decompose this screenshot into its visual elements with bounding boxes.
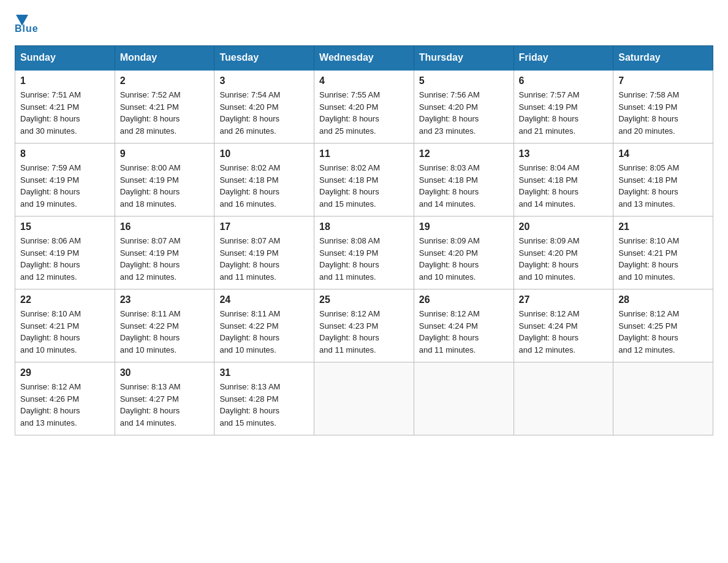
day-number: 8 <box>20 148 110 159</box>
day-info: Sunrise: 8:03 AMSunset: 4:18 PMDaylight:… <box>419 162 509 210</box>
calendar-day-cell: 13Sunrise: 8:04 AMSunset: 4:18 PMDayligh… <box>514 144 613 216</box>
calendar-day-cell: 31Sunrise: 8:13 AMSunset: 4:28 PMDayligh… <box>214 362 314 435</box>
calendar-day-cell <box>613 362 713 435</box>
day-info: Sunrise: 7:59 AMSunset: 4:19 PMDaylight:… <box>20 162 110 210</box>
day-number: 18 <box>319 221 409 232</box>
calendar-table: SundayMondayTuesdayWednesdayThursdayFrid… <box>15 45 713 435</box>
day-info: Sunrise: 8:00 AMSunset: 4:19 PMDaylight:… <box>120 162 210 210</box>
day-info: Sunrise: 7:51 AMSunset: 4:21 PMDaylight:… <box>20 89 110 137</box>
calendar-day-cell: 23Sunrise: 8:11 AMSunset: 4:22 PMDayligh… <box>115 289 214 362</box>
day-number: 6 <box>519 75 609 86</box>
calendar-day-cell: 11Sunrise: 8:02 AMSunset: 4:18 PMDayligh… <box>314 144 414 216</box>
calendar-day-cell: 10Sunrise: 8:02 AMSunset: 4:18 PMDayligh… <box>214 144 314 216</box>
day-info: Sunrise: 8:05 AMSunset: 4:18 PMDaylight:… <box>618 162 708 210</box>
calendar-day-header: Tuesday <box>214 46 314 71</box>
day-number: 9 <box>120 148 210 159</box>
day-info: Sunrise: 7:58 AMSunset: 4:19 PMDaylight:… <box>618 89 708 137</box>
day-info: Sunrise: 8:07 AMSunset: 4:19 PMDaylight:… <box>120 235 210 283</box>
day-number: 30 <box>120 367 210 378</box>
calendar-day-cell: 17Sunrise: 8:07 AMSunset: 4:19 PMDayligh… <box>214 216 314 289</box>
day-info: Sunrise: 8:13 AMSunset: 4:27 PMDaylight:… <box>120 381 210 429</box>
day-number: 14 <box>618 148 708 159</box>
calendar-day-cell: 5Sunrise: 7:56 AMSunset: 4:20 PMDaylight… <box>414 70 514 144</box>
day-info: Sunrise: 8:09 AMSunset: 4:20 PMDaylight:… <box>419 235 509 283</box>
calendar-week-row: 29Sunrise: 8:12 AMSunset: 4:26 PMDayligh… <box>15 362 713 435</box>
day-number: 7 <box>618 75 708 86</box>
day-info: Sunrise: 8:09 AMSunset: 4:20 PMDaylight:… <box>519 235 609 283</box>
calendar-day-cell: 3Sunrise: 7:54 AMSunset: 4:20 PMDaylight… <box>214 70 314 144</box>
calendar-day-cell: 18Sunrise: 8:08 AMSunset: 4:19 PMDayligh… <box>314 216 414 289</box>
calendar-day-header: Friday <box>514 46 613 71</box>
calendar-day-header: Thursday <box>414 46 514 71</box>
day-number: 10 <box>219 148 309 159</box>
calendar-day-header: Monday <box>115 46 214 71</box>
day-info: Sunrise: 8:12 AMSunset: 4:23 PMDaylight:… <box>319 308 409 356</box>
calendar-day-cell: 21Sunrise: 8:10 AMSunset: 4:21 PMDayligh… <box>613 216 713 289</box>
calendar-week-row: 15Sunrise: 8:06 AMSunset: 4:19 PMDayligh… <box>15 216 713 289</box>
day-number: 11 <box>319 148 409 159</box>
page-header: Blue <box>15 15 713 34</box>
calendar-day-cell: 16Sunrise: 8:07 AMSunset: 4:19 PMDayligh… <box>115 216 214 289</box>
day-number: 22 <box>20 294 110 305</box>
calendar-day-header: Saturday <box>613 46 713 71</box>
calendar-week-row: 22Sunrise: 8:10 AMSunset: 4:21 PMDayligh… <box>15 289 713 362</box>
calendar-day-cell: 25Sunrise: 8:12 AMSunset: 4:23 PMDayligh… <box>314 289 414 362</box>
calendar-day-header: Sunday <box>15 46 115 71</box>
calendar-header-row: SundayMondayTuesdayWednesdayThursdayFrid… <box>15 46 713 71</box>
day-number: 15 <box>20 221 110 232</box>
calendar-day-cell: 24Sunrise: 8:11 AMSunset: 4:22 PMDayligh… <box>214 289 314 362</box>
day-number: 24 <box>219 294 309 305</box>
day-info: Sunrise: 8:13 AMSunset: 4:28 PMDaylight:… <box>219 381 309 429</box>
day-info: Sunrise: 8:08 AMSunset: 4:19 PMDaylight:… <box>319 235 409 283</box>
logo: Blue <box>15 15 39 34</box>
calendar-day-cell: 29Sunrise: 8:12 AMSunset: 4:26 PMDayligh… <box>15 362 115 435</box>
day-info: Sunrise: 7:54 AMSunset: 4:20 PMDaylight:… <box>219 89 309 137</box>
day-number: 20 <box>519 221 609 232</box>
calendar-day-cell: 14Sunrise: 8:05 AMSunset: 4:18 PMDayligh… <box>613 144 713 216</box>
day-number: 1 <box>20 75 110 86</box>
day-info: Sunrise: 8:06 AMSunset: 4:19 PMDaylight:… <box>20 235 110 283</box>
calendar-day-cell: 12Sunrise: 8:03 AMSunset: 4:18 PMDayligh… <box>414 144 514 216</box>
day-info: Sunrise: 7:55 AMSunset: 4:20 PMDaylight:… <box>319 89 409 137</box>
day-number: 31 <box>219 367 309 378</box>
day-number: 27 <box>519 294 609 305</box>
day-info: Sunrise: 8:11 AMSunset: 4:22 PMDaylight:… <box>120 308 210 356</box>
day-number: 26 <box>419 294 509 305</box>
day-info: Sunrise: 8:11 AMSunset: 4:22 PMDaylight:… <box>219 308 309 356</box>
calendar-day-cell: 22Sunrise: 8:10 AMSunset: 4:21 PMDayligh… <box>15 289 115 362</box>
calendar-day-cell: 1Sunrise: 7:51 AMSunset: 4:21 PMDaylight… <box>15 70 115 144</box>
calendar-day-cell: 19Sunrise: 8:09 AMSunset: 4:20 PMDayligh… <box>414 216 514 289</box>
day-info: Sunrise: 8:10 AMSunset: 4:21 PMDaylight:… <box>20 308 110 356</box>
logo-underline: Blue <box>15 23 39 34</box>
day-info: Sunrise: 8:12 AMSunset: 4:25 PMDaylight:… <box>618 308 708 356</box>
day-number: 3 <box>219 75 309 86</box>
day-number: 17 <box>219 221 309 232</box>
day-info: Sunrise: 8:12 AMSunset: 4:24 PMDaylight:… <box>419 308 509 356</box>
day-number: 25 <box>319 294 409 305</box>
calendar-day-cell: 4Sunrise: 7:55 AMSunset: 4:20 PMDaylight… <box>314 70 414 144</box>
day-info: Sunrise: 8:10 AMSunset: 4:21 PMDaylight:… <box>618 235 708 283</box>
calendar-week-row: 1Sunrise: 7:51 AMSunset: 4:21 PMDaylight… <box>15 70 713 144</box>
day-info: Sunrise: 8:02 AMSunset: 4:18 PMDaylight:… <box>219 162 309 210</box>
day-number: 5 <box>419 75 509 86</box>
day-info: Sunrise: 7:57 AMSunset: 4:19 PMDaylight:… <box>519 89 609 137</box>
day-number: 4 <box>319 75 409 86</box>
calendar-day-cell: 9Sunrise: 8:00 AMSunset: 4:19 PMDaylight… <box>115 144 214 216</box>
day-number: 12 <box>419 148 509 159</box>
calendar-day-cell: 28Sunrise: 8:12 AMSunset: 4:25 PMDayligh… <box>613 289 713 362</box>
day-number: 16 <box>120 221 210 232</box>
day-number: 19 <box>419 221 509 232</box>
day-info: Sunrise: 8:07 AMSunset: 4:19 PMDaylight:… <box>219 235 309 283</box>
calendar-day-cell: 30Sunrise: 8:13 AMSunset: 4:27 PMDayligh… <box>115 362 214 435</box>
calendar-day-cell: 6Sunrise: 7:57 AMSunset: 4:19 PMDaylight… <box>514 70 613 144</box>
calendar-day-cell: 15Sunrise: 8:06 AMSunset: 4:19 PMDayligh… <box>15 216 115 289</box>
calendar-week-row: 8Sunrise: 7:59 AMSunset: 4:19 PMDaylight… <box>15 144 713 216</box>
calendar-day-cell <box>414 362 514 435</box>
day-number: 29 <box>20 367 110 378</box>
day-info: Sunrise: 8:12 AMSunset: 4:26 PMDaylight:… <box>20 381 110 429</box>
day-info: Sunrise: 8:12 AMSunset: 4:24 PMDaylight:… <box>519 308 609 356</box>
day-info: Sunrise: 8:04 AMSunset: 4:18 PMDaylight:… <box>519 162 609 210</box>
calendar-day-cell: 2Sunrise: 7:52 AMSunset: 4:21 PMDaylight… <box>115 70 214 144</box>
day-number: 23 <box>120 294 210 305</box>
calendar-day-cell: 7Sunrise: 7:58 AMSunset: 4:19 PMDaylight… <box>613 70 713 144</box>
